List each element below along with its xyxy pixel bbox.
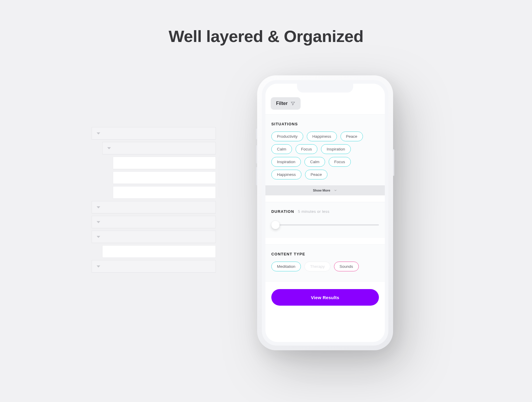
chip-peace[interactable]: Peace xyxy=(305,170,327,179)
funnel-icon xyxy=(291,101,295,106)
chip-calm[interactable]: Calm xyxy=(271,144,292,154)
layer-group[interactable] xyxy=(92,260,216,273)
filter-button-label: Filter xyxy=(276,101,288,106)
layer-group[interactable] xyxy=(92,216,216,228)
phone-screen: Filter SITUATIONS Productivity Happiness… xyxy=(265,84,385,342)
chip-meditation[interactable]: Meditation xyxy=(271,262,301,271)
phone-mockup: Filter SITUATIONS Productivity Happiness… xyxy=(257,75,393,350)
chip-inspiration[interactable]: Inspiration xyxy=(321,144,351,154)
phone-notch xyxy=(297,84,353,93)
layer-group[interactable] xyxy=(92,127,216,140)
show-more-label: Show More xyxy=(313,189,330,192)
slider-knob[interactable] xyxy=(271,221,280,229)
duration-section: DURATION 5 minutes or less xyxy=(265,202,385,238)
situations-section: SITUATIONS Productivity Happiness Peace … xyxy=(265,114,385,185)
layer-item[interactable] xyxy=(113,157,216,169)
layer-group[interactable] xyxy=(92,201,216,213)
view-results-button[interactable]: View Results xyxy=(271,289,379,306)
layer-item[interactable] xyxy=(113,186,216,199)
chevron-down-icon xyxy=(334,189,337,192)
disclosure-triangle-icon xyxy=(97,132,100,134)
layer-item[interactable] xyxy=(102,245,216,258)
section-heading-duration: DURATION 5 minutes or less xyxy=(271,209,379,214)
filter-button[interactable]: Filter xyxy=(271,97,301,110)
phone-side-button xyxy=(393,149,394,176)
content-type-chip-list: Meditation Therapy Sounds xyxy=(271,262,379,276)
chip-calm[interactable]: Calm xyxy=(304,157,325,167)
disclosure-triangle-icon xyxy=(107,147,111,149)
chip-sounds[interactable]: Sounds xyxy=(334,262,359,271)
disclosure-triangle-icon xyxy=(97,221,100,223)
section-heading-situations: SITUATIONS xyxy=(271,122,379,126)
chip-peace[interactable]: Peace xyxy=(340,132,363,141)
chip-productivity[interactable]: Productivity xyxy=(271,132,303,141)
slider-track xyxy=(271,224,379,226)
show-more-button[interactable]: Show More xyxy=(265,185,385,195)
page-title: Well layered & Organized xyxy=(0,27,532,46)
layer-item[interactable] xyxy=(113,171,216,184)
chip-focus[interactable]: Focus xyxy=(296,144,318,154)
disclosure-triangle-icon xyxy=(97,206,100,208)
layer-panel xyxy=(92,127,216,275)
divider xyxy=(265,195,385,202)
layer-group[interactable] xyxy=(102,142,216,154)
situation-chip-list: Productivity Happiness Peace Calm Focus … xyxy=(271,132,379,184)
content-type-section: CONTENT TYPE Meditation Therapy Sounds xyxy=(265,244,385,282)
chip-focus[interactable]: Focus xyxy=(329,157,351,167)
disclosure-triangle-icon xyxy=(97,236,100,238)
layer-group[interactable] xyxy=(92,231,216,243)
disclosure-triangle-icon xyxy=(97,265,100,268)
chip-therapy[interactable]: Therapy xyxy=(304,262,330,271)
chip-happiness[interactable]: Happiness xyxy=(271,170,301,179)
section-heading-content-type: CONTENT TYPE xyxy=(271,252,379,256)
duration-slider[interactable] xyxy=(271,219,379,233)
chip-inspiration[interactable]: Inspiration xyxy=(271,157,301,167)
chip-happiness[interactable]: Happiness xyxy=(307,132,337,141)
duration-value-text: 5 minutes or less xyxy=(298,209,330,214)
divider xyxy=(265,238,385,244)
